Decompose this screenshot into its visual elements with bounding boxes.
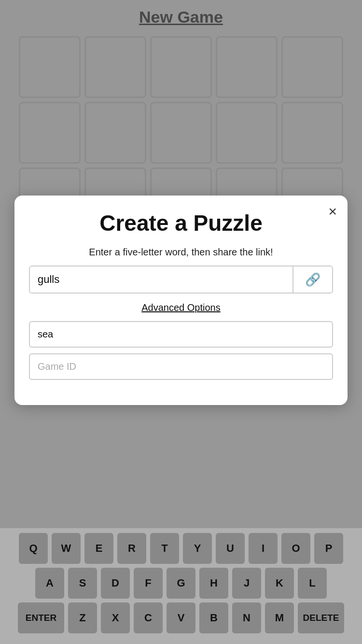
key-k[interactable]: K [265, 568, 294, 599]
key-f[interactable]: F [134, 568, 163, 599]
key-c[interactable]: C [134, 602, 163, 633]
key-t[interactable]: T [150, 533, 179, 564]
key-enter[interactable]: ENTER [18, 602, 64, 633]
key-r[interactable]: R [117, 533, 146, 564]
key-row-3: ENTER Z X C V B N M DELETE [3, 602, 359, 633]
key-h[interactable]: H [199, 568, 228, 599]
key-s[interactable]: S [68, 568, 97, 599]
key-b[interactable]: B [199, 602, 228, 633]
key-w[interactable]: W [52, 533, 81, 564]
modal-subtitle: Enter a five-letter word, then share the… [29, 247, 333, 258]
key-row-1: Q W E R T Y U I O P [3, 533, 359, 564]
key-m[interactable]: M [265, 602, 294, 633]
share-link-button[interactable]: 🔗 [292, 266, 332, 293]
create-puzzle-modal: × Create a Puzzle Enter a five-letter wo… [14, 196, 348, 405]
key-e[interactable]: E [84, 533, 113, 564]
key-y[interactable]: Y [183, 533, 212, 564]
key-l[interactable]: L [298, 568, 327, 599]
modal-title: Create a Puzzle [29, 210, 333, 236]
key-x[interactable]: X [101, 602, 130, 633]
link-icon: 🔗 [305, 272, 320, 287]
advanced-options-link[interactable]: Advanced Options [141, 302, 220, 313]
key-j[interactable]: J [232, 568, 261, 599]
key-a[interactable]: A [35, 568, 64, 599]
key-delete[interactable]: DELETE [298, 602, 344, 633]
sea-input[interactable] [29, 321, 333, 348]
key-z[interactable]: Z [68, 602, 97, 633]
key-u[interactable]: U [216, 533, 245, 564]
keyboard: Q W E R T Y U I O P A S D F G H J K L EN… [0, 528, 362, 644]
key-n[interactable]: N [232, 602, 261, 633]
game-id-input[interactable] [29, 353, 333, 380]
key-q[interactable]: Q [19, 533, 48, 564]
advanced-options: Advanced Options [29, 302, 333, 313]
key-g[interactable]: G [167, 568, 195, 599]
close-button[interactable]: × [328, 204, 337, 219]
key-i[interactable]: I [249, 533, 278, 564]
key-v[interactable]: V [167, 602, 195, 633]
word-input[interactable] [30, 266, 292, 293]
key-d[interactable]: D [101, 568, 130, 599]
key-o[interactable]: O [281, 533, 310, 564]
word-input-row: 🔗 [29, 266, 333, 294]
key-p[interactable]: P [314, 533, 343, 564]
key-row-2: A S D F G H J K L [3, 568, 359, 599]
